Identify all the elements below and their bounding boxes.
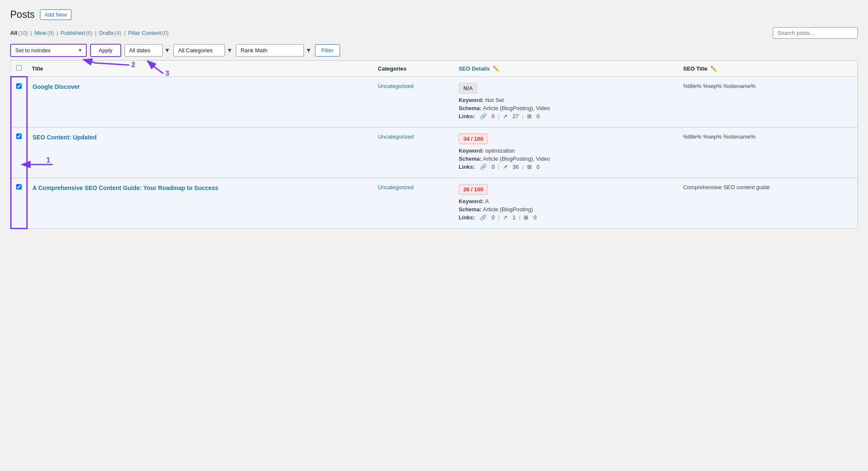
links-external-count: 1	[513, 214, 516, 221]
dates-select[interactable]: All dates	[125, 44, 163, 57]
post-status-filters: All (10) | Mine (9) | Published (6) | Dr…	[10, 27, 858, 39]
td-seo-details: 26 / 100Keyword: ASchema: Article (BlogP…	[454, 178, 678, 228]
link-internal-icon: 🔗	[480, 164, 487, 170]
row-checkbox[interactable]	[16, 83, 22, 89]
filter-all-link[interactable]: All	[10, 30, 17, 36]
keyword-label: Keyword:	[459, 97, 484, 103]
dates-filter-wrap: All dates ▼	[125, 44, 170, 57]
links-label: Links:	[459, 113, 475, 119]
link-internal-icon: 🔗	[480, 214, 487, 221]
keyword-value: optimization	[485, 148, 515, 154]
filter-published-count: (6)	[86, 30, 93, 36]
filter-pillar-link[interactable]: Pillar Content	[128, 30, 161, 36]
add-new-button[interactable]: Add New	[40, 9, 72, 20]
seo-details-edit-icon[interactable]: ✏️	[493, 65, 499, 72]
td-category: Uncategorized	[373, 127, 454, 178]
seo-score-badge: 26 / 100	[459, 184, 488, 195]
link-internal-icon: 🔗	[480, 113, 487, 119]
seo-title-value: Comprehensive SEO content guide	[683, 184, 770, 190]
links-internal-count: 0	[491, 113, 494, 119]
td-seo-title: %title% %sep% %sitename%	[678, 127, 858, 178]
seo-title-value: %title% %sep% %sitename%	[683, 133, 756, 140]
links-label: Links:	[459, 214, 475, 221]
apply-button[interactable]: Apply	[90, 44, 121, 57]
links-external-count: 27	[513, 113, 519, 119]
filter-mine-link[interactable]: Mine	[34, 30, 46, 36]
select-all-checkbox[interactable]	[16, 65, 22, 71]
row-checkbox[interactable]	[16, 133, 22, 139]
category-link[interactable]: Uncategorized	[378, 184, 414, 190]
categories-chevron-icon: ▼	[227, 47, 233, 54]
filter-drafts-count: (4)	[115, 30, 122, 36]
schema-label: Schema:	[459, 156, 482, 162]
categories-filter-wrap: All Categories ▼	[173, 44, 233, 57]
keyword-value: Not Set	[485, 97, 504, 103]
rankmath-select[interactable]: Rank Math	[236, 44, 304, 57]
links-affiliate-count: 0	[536, 164, 539, 170]
link-external-icon: ↗	[503, 113, 508, 119]
filter-button[interactable]: Filter	[315, 44, 340, 57]
td-category: Uncategorized	[373, 77, 454, 127]
filter-all-count: (10)	[18, 30, 28, 36]
categories-select[interactable]: All Categories	[173, 44, 225, 57]
table-row: Google DiscoverUncategorizedN/AKeyword: …	[11, 77, 858, 127]
schema-value: Article (BlogPosting), Video	[483, 156, 550, 162]
category-link[interactable]: Uncategorized	[378, 83, 414, 89]
filter-pillar-count: (0)	[162, 30, 169, 36]
seo-title-edit-icon[interactable]: ✏️	[710, 65, 717, 72]
td-title: Google Discover	[27, 77, 373, 127]
search-posts-input[interactable]	[773, 27, 858, 39]
filter-mine-count: (9)	[47, 30, 54, 36]
keyword-label: Keyword:	[459, 198, 484, 204]
keyword-label: Keyword:	[459, 148, 484, 154]
links-label: Links:	[459, 164, 475, 170]
links-affiliate-count: 0	[533, 214, 536, 221]
seo-title-value: %title% %sep% %sitename%	[683, 83, 756, 89]
td-title: SEO Content: Updated	[27, 127, 373, 178]
table-row: A Comprehensive SEO Content Guide: Your …	[11, 178, 858, 228]
table-row: SEO Content: UpdatedUncategorized34 / 10…	[11, 127, 858, 178]
posts-tbody: Google DiscoverUncategorizedN/AKeyword: …	[11, 77, 858, 228]
seo-score-badge: N/A	[459, 83, 477, 94]
post-title-link[interactable]: Google Discover	[33, 83, 80, 90]
page-title: Posts	[10, 9, 35, 21]
td-seo-title: Comprehensive SEO content guide	[678, 178, 858, 228]
links-internal-count: 0	[491, 214, 494, 221]
bulk-action-select-wrap: Set to noindex ▼	[10, 44, 87, 57]
td-seo-title: %title% %sep% %sitename%	[678, 77, 858, 127]
links-internal-count: 0	[491, 164, 494, 170]
posts-table: Title Categories SEO Details ✏️ SEO Titl…	[10, 60, 858, 229]
td-title: A Comprehensive SEO Content Guide: Your …	[27, 178, 373, 228]
schema-label: Schema:	[459, 105, 482, 111]
category-link[interactable]: Uncategorized	[378, 133, 414, 140]
filter-published-link[interactable]: Published	[61, 30, 85, 36]
posts-table-wrapper: Title Categories SEO Details ✏️ SEO Titl…	[10, 60, 858, 229]
dates-chevron-icon: ▼	[164, 47, 170, 54]
links-affiliate-count: 0	[536, 113, 539, 119]
schema-value: Article (BlogPosting)	[483, 206, 533, 213]
rankmath-chevron-icon: ▼	[306, 47, 312, 54]
post-title-link[interactable]: SEO Content: Updated	[33, 134, 97, 141]
bulk-action-select[interactable]: Set to noindex	[10, 44, 87, 57]
link-external-icon: ↗	[503, 164, 508, 170]
seo-score-badge: 34 / 100	[459, 133, 488, 144]
filter-drafts-link[interactable]: Drafts	[99, 30, 114, 36]
th-seo-title: SEO Title ✏️	[678, 60, 858, 77]
table-header-row: Title Categories SEO Details ✏️ SEO Titl…	[11, 60, 858, 77]
link-affiliate-icon: ⊞	[524, 214, 528, 221]
rankmath-filter-wrap: Rank Math ▼	[236, 44, 312, 57]
td-seo-details: 34 / 100Keyword: optimizationSchema: Art…	[454, 127, 678, 178]
td-category: Uncategorized	[373, 178, 454, 228]
post-title-link[interactable]: A Comprehensive SEO Content Guide: Your …	[33, 184, 218, 191]
th-checkbox	[11, 60, 27, 77]
links-external-count: 36	[513, 164, 519, 170]
keyword-value: A	[485, 198, 489, 204]
schema-label: Schema:	[459, 206, 482, 213]
link-external-icon: ↗	[503, 214, 508, 221]
th-categories: Categories	[373, 60, 454, 77]
th-title: Title	[27, 60, 373, 77]
schema-value: Article (BlogPosting), Video	[483, 105, 550, 111]
row-checkbox[interactable]	[16, 184, 22, 190]
link-affiliate-icon: ⊞	[527, 113, 532, 119]
link-affiliate-icon: ⊞	[527, 164, 532, 170]
